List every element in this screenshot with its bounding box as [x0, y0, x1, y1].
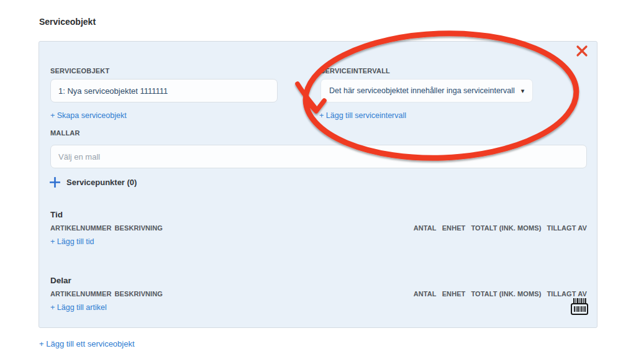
column-header: TOTALT (INK. MOMS)	[471, 224, 541, 232]
barcode-scan-button[interactable]	[570, 298, 589, 317]
serviceintervall-label: SERVICEINTERVALL	[320, 67, 390, 75]
column-header: ENHET	[442, 290, 466, 298]
delar-section-title: Delar	[50, 276, 71, 285]
serviceintervall-dropdown[interactable]: Det här serviceobjektet innehåller inga …	[320, 79, 533, 102]
page: Serviceobjekt SERVICEOBJEKT + Skapa serv…	[0, 0, 636, 364]
serviceintervall-selected-option: Det här serviceobjektet innehåller inga …	[329, 86, 515, 95]
serviceobjekt-input[interactable]	[50, 79, 278, 102]
serviceobjekt-panel: SERVICEOBJEKT + Skapa serviceobjekt SERV…	[39, 41, 597, 328]
column-header: ANTAL	[414, 290, 437, 298]
delar-column-headers: ARTIKELNUMMER BESKRIVNING ANTAL ENHET TO…	[50, 290, 587, 298]
tid-section-title: Tid	[50, 210, 63, 219]
chevron-down-icon: ▾	[521, 88, 525, 94]
serviceobjekt-label: SERVICEOBJEKT	[50, 67, 109, 75]
collapse-panel-button[interactable]	[47, 49, 62, 60]
column-header: TOTALT (INK. MOMS)	[471, 290, 541, 298]
column-header: TILLAGT AV	[547, 224, 587, 232]
close-icon	[575, 44, 589, 58]
page-title: Serviceobjekt	[39, 17, 96, 27]
lagg-till-tid-link[interactable]: + Lägg till tid	[50, 237, 94, 246]
lagg-till-serviceintervall-link[interactable]: + Lägg till serviceintervall	[319, 111, 406, 120]
mallar-label: MALLAR	[50, 129, 80, 137]
column-header: ARTIKELNUMMER	[50, 290, 111, 298]
skapa-serviceobjekt-link[interactable]: + Skapa serviceobjekt	[50, 111, 127, 120]
lagg-till-ett-serviceobjekt-link[interactable]: + Lägg till ett serviceobjekt	[39, 339, 135, 348]
plus-icon	[50, 177, 60, 188]
column-header: ANTAL	[414, 224, 437, 232]
column-header: ENHET	[442, 224, 466, 232]
servicepunkter-label: Servicepunkter (0)	[66, 178, 137, 187]
column-header: BESKRIVNING	[114, 290, 163, 298]
column-header: BESKRIVNING	[114, 224, 163, 232]
barcode-icon	[570, 298, 589, 317]
tid-column-headers: ARTIKELNUMMER BESKRIVNING ANTAL ENHET TO…	[50, 224, 587, 232]
mallar-input[interactable]	[50, 145, 587, 168]
lagg-till-artikel-link[interactable]: + Lägg till artikel	[50, 303, 107, 312]
servicepunkter-toggle[interactable]: Servicepunkter (0)	[50, 177, 137, 188]
close-panel-button[interactable]	[573, 43, 591, 60]
column-header: ARTIKELNUMMER	[50, 224, 111, 232]
column-header: TILLAGT AV	[547, 290, 587, 298]
